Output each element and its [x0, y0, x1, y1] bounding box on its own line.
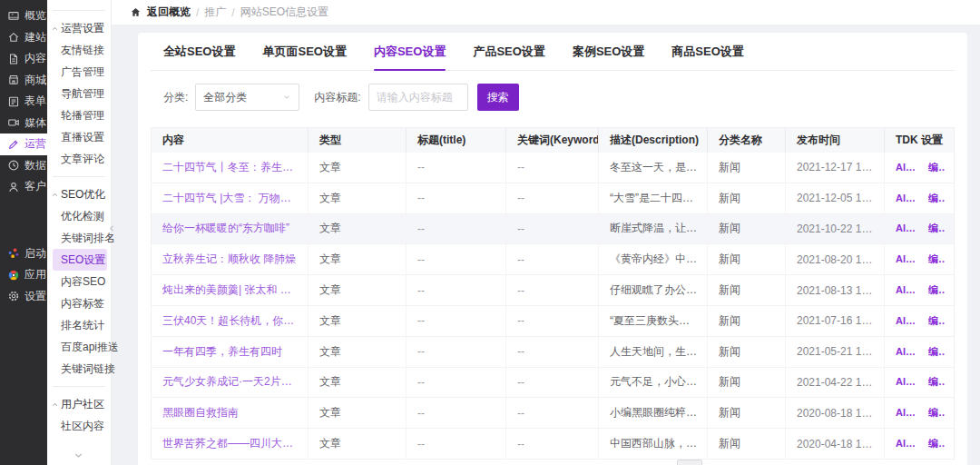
sidebar-item-settings[interactable]: 设置 — [0, 286, 47, 308]
content-title-link[interactable]: 二十四节气 |大雪： 万物冬藏待春来 — [162, 191, 299, 206]
content-cell: 一年有四季，养生有四时 — [152, 337, 309, 367]
ai-generate-link[interactable]: AI生成 — [896, 252, 920, 266]
tdk-actions-cell: AI生成编辑 — [885, 153, 954, 183]
content-title-link[interactable]: 黑眼圈自救指南 — [162, 405, 239, 420]
ai-generate-link[interactable]: AI生成 — [896, 161, 920, 174]
edit-link[interactable]: 编辑 — [928, 345, 945, 359]
menu-item-content-tags[interactable]: 内容标签 — [47, 292, 111, 314]
ai-generate-link[interactable]: AI生成 — [896, 222, 920, 235]
edit-link[interactable]: 编辑 — [928, 375, 945, 389]
column-header: 分类名称 — [708, 128, 786, 153]
description-value: 冬至这一天，是身体最... — [610, 160, 698, 175]
tab-page-seo[interactable]: 单页面SEO设置 — [262, 44, 346, 70]
sidebar-item-content[interactable]: 内容 — [0, 48, 47, 70]
sidebar-item-data[interactable]: 数据 — [0, 155, 47, 177]
menu-item-keyword-links[interactable]: 关键词链接 — [47, 358, 111, 380]
sidebar-item-customer[interactable]: 客户 — [0, 176, 47, 198]
scroll-more-chevron-down-icon[interactable] — [73, 450, 84, 461]
content-title-link[interactable]: 炖出来的美颜羹| 张太和 雪燕桃胶皂... — [162, 282, 299, 298]
table-row: 二十四节气 |大雪： 万物冬藏待春来文章----“大雪”是二十四节气中...新闻… — [152, 183, 954, 214]
content-title-link[interactable]: 立秋养生记：顺秋收 降肺燥 — [162, 252, 296, 267]
content-title-link[interactable]: 一年有四季，养生有四时 — [162, 344, 282, 360]
sidebar-item-mall[interactable]: 商城 — [0, 70, 47, 92]
menu-section-user-community[interactable]: 用户社区 — [47, 393, 111, 415]
tab-goods-seo[interactable]: 商品SEO设置 — [671, 44, 743, 70]
menu-item-seo-check[interactable]: 优化检测 — [47, 205, 111, 227]
published-cell: 2021-08-20 18:34:44 — [786, 244, 885, 274]
category-value: 新闻 — [719, 374, 740, 390]
edit-link[interactable]: 编辑 — [928, 192, 945, 205]
category-select[interactable]: 全部分类 — [195, 84, 299, 111]
tab-case-seo[interactable]: 案例SEO设置 — [573, 44, 644, 70]
sidebar-item-media[interactable]: 媒体 — [0, 113, 47, 134]
ai-generate-link[interactable]: AI生成 — [896, 283, 920, 297]
edit-link[interactable]: 编辑 — [928, 406, 945, 420]
edit-link[interactable]: 编辑 — [928, 437, 945, 450]
sidebar-item-label: 概览 — [24, 8, 46, 24]
sidebar-item-operation[interactable]: 运营 — [0, 134, 47, 155]
tab-content-seo[interactable]: 内容SEO设置 — [374, 44, 446, 70]
menu-section-seo-optimize[interactable]: SEO优化 — [47, 183, 111, 205]
content-title-link[interactable]: 元气少女养成记·一天2片，让这个春... — [162, 374, 299, 390]
ai-generate-link[interactable]: AI生成 — [896, 192, 920, 205]
sidebar-item-form[interactable]: 表单 — [0, 91, 47, 113]
content-title-link[interactable]: 给你一杯暖暖的“东方咖啡” — [162, 221, 289, 236]
category-value: 新闻 — [719, 405, 740, 420]
breadcrumb-back-overview[interactable]: 返回概览 — [147, 5, 191, 20]
published-value: 2021-12-05 12:27:11 — [797, 192, 875, 204]
sidebar-item-apps[interactable]: 应用 — [0, 264, 47, 286]
menu-item-baidu-api-push[interactable]: 百度api推送 — [47, 336, 111, 358]
tab-product-seo[interactable]: 产品SEO设置 — [473, 44, 544, 70]
sidebar-item-label: 表单 — [24, 94, 46, 109]
menu-item-ad-management[interactable]: 广告管理 — [47, 61, 111, 83]
menu-item-ranking-stats[interactable]: 排名统计 — [47, 314, 111, 336]
breadcrumb-promotion[interactable]: 推广 — [204, 5, 226, 20]
sidebar-item-site-builder[interactable]: 建站 — [0, 27, 47, 49]
breadcrumb-current-page: 网站SEO信息设置 — [240, 5, 328, 20]
tdk-actions-cell: AI生成编辑 — [885, 337, 954, 367]
menu-section-operation-settings[interactable]: 运营设置 — [47, 17, 111, 39]
tab-site-seo[interactable]: 全站SEO设置 — [163, 44, 235, 70]
category-cell: 新闻 — [708, 306, 786, 336]
ai-generate-link[interactable]: AI生成 — [896, 345, 920, 359]
menu-item-seo-settings[interactable]: SEO设置 — [53, 249, 107, 271]
description-value: 人生天地间，生存与活... — [610, 344, 698, 360]
edit-link[interactable]: 编辑 — [928, 283, 945, 297]
description-cell: 小编黑眼圈纯粹是熬夜... — [599, 398, 708, 428]
sidebar-item-overview[interactable]: 概览 — [0, 5, 47, 27]
ai-generate-link[interactable]: AI生成 — [896, 437, 920, 450]
seo-content-table: 内容类型标题(title)关键词(Keywords)描述(Description… — [151, 127, 955, 460]
type-value: 文章 — [319, 160, 341, 175]
content-title-input[interactable] — [368, 84, 468, 111]
edit-link[interactable]: 编辑 — [928, 252, 945, 266]
sidebar-divider — [53, 176, 105, 177]
menu-item-content-seo[interactable]: 内容SEO — [47, 271, 111, 292]
ai-generate-link[interactable]: AI生成 — [896, 375, 920, 389]
ai-generate-link[interactable]: AI生成 — [896, 314, 920, 328]
search-button[interactable]: 搜索 — [477, 84, 519, 111]
description-cell: 冬至这一天，是身体最... — [599, 153, 708, 183]
edit-link[interactable]: 编辑 — [928, 161, 945, 174]
menu-item-community-content[interactable]: 社区内容 — [47, 415, 111, 437]
menu-item-nav-management[interactable]: 导航管理 — [47, 83, 111, 104]
menu-item-keyword-ranking[interactable]: 关键词排名 — [47, 227, 111, 249]
keywords-cell: -- — [506, 337, 599, 367]
seo-title-cell: -- — [407, 153, 506, 183]
edit-link[interactable]: 编辑 — [928, 222, 945, 235]
menu-item-carousel-management[interactable]: 轮播管理 — [47, 104, 111, 126]
published-cell: 2021-10-22 10:56:11 — [786, 214, 885, 244]
content-title-link[interactable]: 世界苦荞之都——四川大凉山 — [162, 436, 299, 451]
menu-item-live-settings[interactable]: 直播设置 — [47, 126, 111, 148]
content-title-link[interactable]: 三伏40天！超长待机，你准备好了... — [162, 313, 299, 329]
menu-item-friend-links[interactable]: 友情链接 — [47, 39, 111, 61]
content-title-link[interactable]: 二十四节气丨冬至：养生好时节 — [162, 160, 299, 175]
sidebar-item-launch[interactable]: 启动 — [0, 243, 47, 265]
sidebar-collapse-handle[interactable] — [107, 216, 119, 240]
edit-link[interactable]: 编辑 — [928, 314, 945, 328]
content-icon — [7, 53, 20, 65]
category-value: 新闻 — [719, 252, 740, 267]
ai-generate-link[interactable]: AI生成 — [896, 406, 920, 420]
menu-item-article-comments[interactable]: 文章评论 — [47, 148, 111, 170]
published-cell: 2021-05-21 18:50:10 — [786, 337, 885, 367]
pagination-stub[interactable] — [677, 460, 702, 465]
